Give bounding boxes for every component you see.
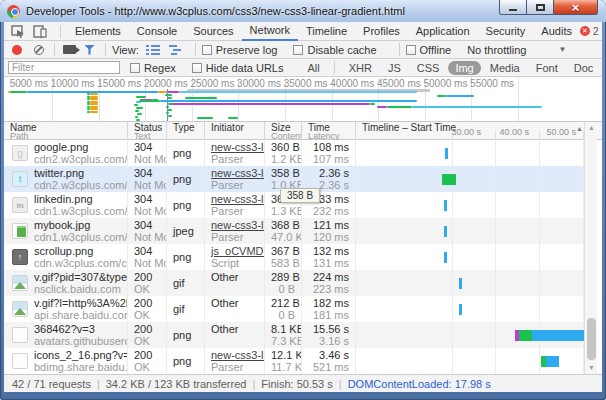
vertical-scrollbar[interactable]: ▲ ▼ (584, 122, 597, 374)
inspect-element-icon[interactable] (10, 24, 26, 38)
column-header-size[interactable]: SizeContent (265, 122, 302, 140)
filter-pill-all[interactable]: All (300, 61, 326, 75)
filter-toggle-icon[interactable] (84, 45, 95, 55)
minimize-button[interactable] (499, 0, 527, 15)
device-toolbar-icon[interactable] (32, 24, 48, 38)
title-bar[interactable]: Developer Tools - http://www.w3cplus.com… (0, 0, 606, 22)
tab-security[interactable]: Security (478, 22, 534, 41)
initiator-link[interactable]: js_oCVMDTeS... (211, 246, 260, 257)
request-row-v-gif-pid-307-type-3071-[interactable]: v.gif?pid=307&type=3071...nsclick.baidu.… (4, 270, 584, 296)
request-row-v-gif-l-http-3a-2f-2fw-[interactable]: v.gif?l=http%3A%2F%2Fw...api.share.baidu… (4, 296, 584, 322)
filter-pill-ws[interactable]: WS (602, 61, 606, 75)
filter-pill-css[interactable]: CSS (410, 61, 447, 75)
offline-checkbox[interactable] (406, 45, 416, 55)
request-row-368462-v-3[interactable]: 368462?v=3avatars.githubusercontent...20… (4, 322, 584, 348)
scroll-up-icon[interactable]: ▲ (585, 122, 598, 134)
request-path: cdn1.w3cplus.com/cdn/farf... (34, 232, 128, 243)
filter-pill-js[interactable]: JS (381, 61, 408, 75)
column-header-name[interactable]: NamePath (4, 122, 128, 140)
filter-pill-media[interactable]: Media (483, 61, 527, 75)
request-row-google-png[interactable]: ggoogle.pngcdn2.w3cplus.com/cdn/farf...3… (4, 140, 584, 166)
scroll-down-icon[interactable]: ▼ (585, 362, 598, 374)
hide-data-urls-checkbox[interactable] (192, 63, 202, 73)
tab-elements[interactable]: Elements (67, 22, 129, 41)
filter-input[interactable] (8, 61, 120, 74)
throttling-select[interactable]: No throttling (467, 44, 526, 56)
use-large-rows-icon[interactable] (145, 43, 161, 57)
status-code: 304 (134, 194, 162, 205)
column-header-timeline[interactable]: Timeline – Start Time30.00 s40.00 s50.00… (356, 122, 584, 140)
column-header-status[interactable]: StatusText (128, 122, 167, 140)
tab-network[interactable]: Network (242, 22, 298, 41)
initiator-link[interactable]: new-css3-linea... (211, 194, 260, 205)
initiator-link[interactable]: new-css3-linea... (211, 168, 260, 179)
latency-value: 120 ms (308, 232, 351, 243)
tab-application[interactable]: Application (408, 22, 478, 41)
devtools-window: Developer Tools - http://www.w3cplus.com… (0, 0, 606, 400)
tab-sources[interactable]: Sources (185, 22, 241, 41)
show-overview-icon[interactable] (167, 43, 183, 57)
clear-button[interactable] (34, 45, 44, 55)
request-row-scrollup-png[interactable]: ↑scrollup.pngcdn.w3cplus.com/cdn/farfu..… (4, 244, 584, 270)
timeline-gridline (495, 192, 496, 218)
overview-request-bar (412, 106, 542, 108)
maximize-button[interactable] (527, 0, 554, 15)
error-count[interactable]: 2 (593, 26, 599, 37)
tab-console[interactable]: Console (129, 22, 185, 41)
waterfall-bar[interactable] (445, 148, 448, 159)
sort-arrow-icon[interactable]: ▲ (576, 125, 583, 132)
overview-request-bar (179, 91, 417, 93)
time-value: 132 ms (308, 246, 351, 257)
request-path: cdn2.w3cplus.com/cdn/farf... (34, 180, 128, 191)
cell-timeline (356, 166, 584, 192)
waterfall-bar[interactable] (444, 226, 447, 237)
screenshot-capture-icon[interactable] (63, 45, 76, 54)
waterfall-bar[interactable] (444, 252, 447, 263)
latency-value: 107 ms (308, 154, 351, 165)
hide-data-urls-label: Hide data URLs (206, 62, 284, 74)
request-name: 368462?v=3 (34, 324, 95, 335)
file-icon (12, 353, 28, 369)
divider (60, 25, 61, 38)
regex-checkbox[interactable] (130, 63, 140, 73)
waterfall-bar[interactable] (519, 330, 532, 341)
request-type: gif (173, 277, 185, 289)
cell-name: icons_2_16.png?v=8150896...bdimg.share.b… (4, 348, 128, 374)
timeline-overview[interactable]: 5000 ms10000 ms15000 ms20000 ms25000 ms3… (4, 77, 602, 122)
column-header-initiator[interactable]: Initiator (205, 122, 265, 140)
timeline-gridline (452, 296, 453, 322)
waterfall-bar[interactable] (444, 200, 447, 211)
chevron-down-icon[interactable]: ▼ (558, 45, 566, 54)
column-header-time[interactable]: TimeLatency (302, 122, 356, 140)
initiator-link[interactable]: new-css3-linea... (211, 142, 260, 153)
scrollbar-thumb[interactable] (587, 318, 596, 360)
request-type: png (173, 355, 191, 367)
filter-pill-doc[interactable]: Doc (567, 61, 601, 75)
column-header-type[interactable]: Type (167, 122, 205, 140)
filter-pill-xhr[interactable]: XHR (342, 61, 379, 75)
timeline-tick-label: 50.00 s (516, 127, 576, 137)
preserve-log-label: Preserve log (216, 44, 278, 56)
error-icon[interactable]: ✕ (580, 26, 590, 36)
initiator-type: Script (211, 258, 260, 269)
waterfall-bar[interactable] (546, 356, 559, 367)
record-button[interactable] (12, 45, 22, 55)
request-row-mybook-jpg[interactable]: mybook.jpgcdn1.w3cplus.com/cdn/farf...30… (4, 218, 584, 244)
filter-pill-font[interactable]: Font (529, 61, 565, 75)
tab-audits[interactable]: Audits (533, 22, 580, 41)
preserve-log-checkbox[interactable] (202, 45, 212, 55)
disable-cache-checkbox[interactable] (293, 45, 303, 55)
waterfall-bar[interactable] (532, 330, 585, 341)
filter-pill-img[interactable]: Img (448, 61, 480, 75)
tab-timeline[interactable]: Timeline (298, 22, 355, 41)
waterfall-bar[interactable] (459, 304, 462, 315)
tab-profiles[interactable]: Profiles (355, 22, 408, 41)
initiator-link[interactable]: new-css3-linea... (211, 350, 260, 361)
initiator-link[interactable]: new-css3-linea... (211, 220, 260, 231)
request-row-icons-2-16-png-v-8150896-[interactable]: icons_2_16.png?v=8150896...bdimg.share.b… (4, 348, 584, 374)
waterfall-bar[interactable] (459, 278, 462, 289)
cell-time: 3.46 s521 ms (302, 348, 356, 374)
request-type: png (173, 147, 191, 159)
waterfall-bar[interactable] (442, 174, 456, 185)
close-button[interactable]: × (554, 0, 598, 15)
